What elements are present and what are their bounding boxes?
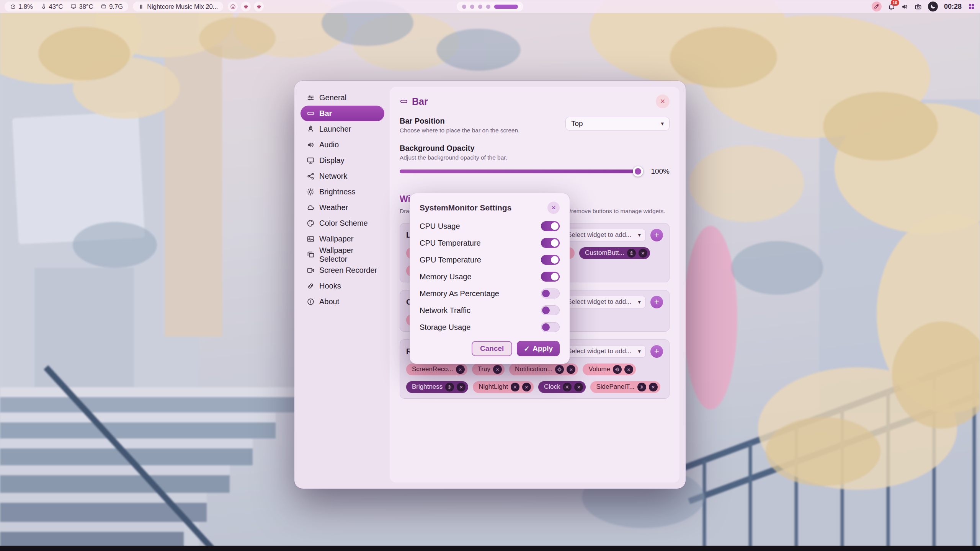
sidebar-item-label: Wallpaper Selector: [319, 246, 378, 264]
widget-chip-brightness[interactable]: Brightness×: [406, 381, 468, 393]
heart-icon-chip[interactable]: [254, 2, 264, 11]
toggle-gpu-temperature[interactable]: [541, 255, 560, 265]
add-widget-button-left[interactable]: +: [650, 229, 663, 241]
sidebar-item-wallpaper[interactable]: Wallpaper: [301, 231, 384, 247]
sidebar-item-wallpaper-selector[interactable]: Wallpaper Selector: [301, 247, 384, 262]
color-picker-icon[interactable]: [872, 2, 882, 11]
workspace-dot-1[interactable]: [462, 5, 466, 9]
widget-chip-sidepanelt[interactable]: SidePanelT...×: [590, 381, 660, 393]
bar-position-dropdown[interactable]: Top ▾: [565, 117, 670, 130]
add-widget-button-right[interactable]: +: [650, 345, 663, 358]
widget-chip-screenreco[interactable]: ScreenReco...×: [406, 364, 467, 375]
sidebar-item-brightness[interactable]: Brightness: [301, 184, 384, 200]
widget-chip-label: Clock: [544, 383, 560, 391]
widget-remove-icon[interactable]: ×: [457, 383, 466, 391]
widget-add-select-right[interactable]: Select widget to add...▾: [562, 345, 646, 358]
workspace-dot-3[interactable]: [478, 5, 482, 9]
toggle-cpu-usage[interactable]: [541, 221, 560, 231]
widget-remove-icon[interactable]: ×: [456, 365, 465, 374]
sidebar-item-hooks[interactable]: Hooks: [301, 278, 384, 294]
widget-remove-icon[interactable]: ×: [624, 365, 633, 374]
widget-remove-icon[interactable]: ×: [574, 383, 583, 391]
images-icon: [307, 251, 315, 259]
widget-chip-clock[interactable]: Clock×: [538, 381, 586, 393]
toggle-row-storage-usage: Storage Usage: [420, 319, 560, 336]
sidebar-item-label: Wallpaper: [319, 235, 353, 243]
widget-gear-icon[interactable]: [613, 365, 622, 374]
toggle-label: GPU Temperature: [420, 256, 481, 264]
bell-icon[interactable]: 10: [888, 3, 895, 10]
widget-chip-custombutt[interactable]: CustomButt...×: [579, 247, 650, 259]
heart-icon-chip[interactable]: [241, 2, 251, 11]
sidebar-item-label: Launcher: [319, 125, 351, 134]
widget-gear-icon[interactable]: [563, 383, 572, 391]
sidebar-item-label: Audio: [319, 140, 339, 149]
close-icon: ×: [660, 96, 665, 106]
sidebar-item-color-scheme[interactable]: Color Scheme: [301, 215, 384, 231]
widget-chip-label: Brightness: [412, 383, 443, 391]
toggle-storage-usage[interactable]: [541, 322, 560, 332]
quick-emoji-chips: [228, 2, 264, 11]
sidebar-item-weather[interactable]: Weather: [301, 200, 384, 215]
widget-remove-icon[interactable]: ×: [639, 249, 647, 258]
display-icon: [307, 156, 315, 165]
sidebar-item-about[interactable]: About: [301, 294, 384, 310]
workspace-dot-4[interactable]: [486, 5, 490, 9]
widget-chip-volume[interactable]: Volume×: [583, 364, 636, 375]
sidebar-item-launcher[interactable]: Launcher: [301, 121, 384, 137]
widget-chip-nightlight[interactable]: NightLight×: [473, 381, 534, 393]
widget-remove-icon[interactable]: ×: [567, 365, 575, 374]
apply-button[interactable]: ✓ Apply: [517, 341, 560, 356]
network-icon: [307, 172, 315, 180]
add-widget-button-center[interactable]: +: [650, 296, 663, 308]
image-icon: [307, 235, 315, 243]
toggle-network-traffic[interactable]: [541, 305, 560, 315]
widget-add-select-center[interactable]: Select widget to add...▾: [562, 296, 646, 308]
apply-label: Apply: [532, 344, 553, 353]
toggle-memory-as-percentage[interactable]: [541, 289, 560, 298]
sidebar-item-label: Hooks: [319, 282, 341, 290]
widget-remove-icon[interactable]: ×: [493, 365, 502, 374]
sidebar-item-bar[interactable]: Bar: [301, 106, 384, 121]
background-opacity-slider[interactable]: [400, 170, 642, 173]
smiley-icon-chip[interactable]: [228, 2, 238, 11]
widget-gear-icon[interactable]: [445, 383, 454, 391]
widget-add-select-left[interactable]: Select widget to add...▾: [562, 229, 646, 241]
volume-icon[interactable]: [901, 3, 908, 10]
widget-chip-notification[interactable]: Notification...×: [509, 364, 578, 375]
sidebar-item-display[interactable]: Display: [301, 153, 384, 168]
close-window-button[interactable]: ×: [656, 95, 670, 108]
media-player-widget[interactable]: Nightcore Music Mix 20...: [133, 2, 223, 11]
widget-gear-icon[interactable]: [555, 365, 564, 374]
widget-gear-icon[interactable]: [637, 383, 646, 391]
toggle-label: CPU Usage: [420, 222, 460, 231]
dialog-close-button[interactable]: ×: [547, 202, 560, 214]
sidebar-item-audio[interactable]: Audio: [301, 137, 384, 153]
camera-icon[interactable]: [915, 3, 922, 10]
cancel-button[interactable]: Cancel: [472, 341, 512, 356]
toggle-row-memory-usage: Memory Usage: [420, 268, 560, 285]
moon-icon[interactable]: [928, 2, 938, 11]
background-opacity-value: 100%: [648, 167, 670, 176]
sidebar-item-network[interactable]: Network: [301, 168, 384, 184]
toggle-row-cpu-temperature: CPU Temperature: [420, 235, 560, 251]
dialog-title: SystemMonitor Settings: [420, 203, 511, 212]
toggle-memory-usage[interactable]: [541, 272, 560, 282]
workspaces-widget[interactable]: [457, 2, 523, 11]
apps-grid-icon[interactable]: [968, 3, 975, 10]
widget-gear-icon[interactable]: [511, 383, 519, 391]
system-stats-widget[interactable]: 1.8%43°C38°C9.7G: [5, 2, 128, 11]
workspace-dot-2[interactable]: [470, 5, 474, 9]
media-title: Nightcore Music Mix 20...: [147, 3, 218, 10]
widget-gear-icon[interactable]: [627, 249, 636, 258]
workspace-dot-5[interactable]: [494, 5, 518, 9]
widget-remove-icon[interactable]: ×: [522, 383, 531, 391]
sidebar-item-general[interactable]: General: [301, 90, 384, 106]
widget-chip-tray[interactable]: Tray×: [472, 364, 505, 375]
widget-chip-label: Tray: [478, 365, 490, 373]
widget-remove-icon[interactable]: ×: [649, 383, 658, 391]
sidebar-item-screen-recorder[interactable]: Screen Recorder: [301, 262, 384, 278]
toggle-cpu-temperature[interactable]: [541, 238, 560, 248]
clock[interactable]: 00:28: [944, 3, 962, 11]
slider-handle[interactable]: [633, 166, 643, 177]
